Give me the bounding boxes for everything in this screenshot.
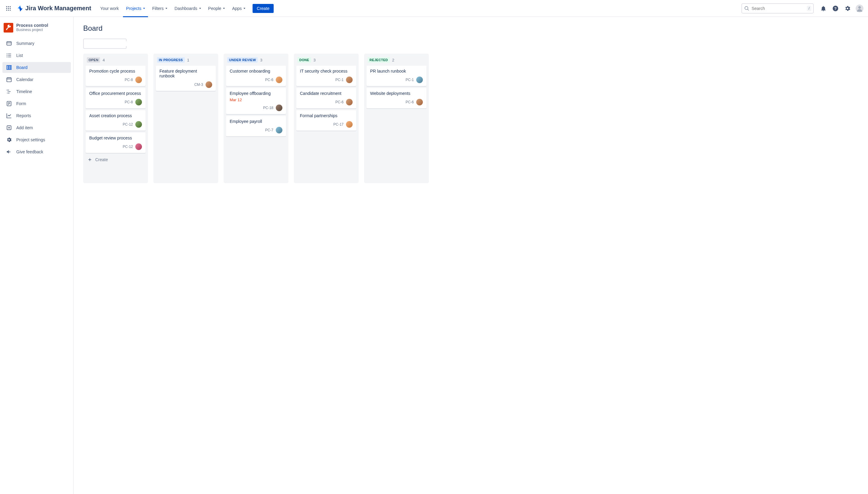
avatar[interactable]	[346, 99, 353, 106]
svg-rect-18	[7, 65, 8, 69]
avatar[interactable]	[276, 127, 282, 133]
layout: Process control Business project Summary…	[0, 17, 868, 494]
notifications-button[interactable]	[818, 4, 828, 13]
sidebar-item-summary[interactable]: Summary	[2, 38, 71, 49]
svg-point-12	[858, 6, 861, 9]
settings-button[interactable]	[843, 4, 852, 13]
nav-dashboards[interactable]: Dashboards	[171, 4, 204, 13]
card[interactable]: PR launch runbookPC-1	[367, 66, 426, 86]
main-content: Board OPEN4Promotion cycle processPC-8Of…	[74, 17, 868, 494]
card-footer: PC-6	[300, 99, 353, 106]
top-nav: Jira Work Management Your work Projects …	[0, 0, 868, 17]
svg-point-2	[10, 6, 11, 7]
timeline-icon	[6, 89, 12, 95]
card[interactable]: Customer onboardingPC-6	[226, 66, 286, 86]
svg-point-6	[6, 10, 7, 11]
search-box[interactable]: /	[741, 3, 814, 14]
card[interactable]: Formal partnershipsPC-17	[296, 110, 356, 131]
card-footer: PC-6	[370, 99, 423, 106]
add-item-icon	[6, 125, 12, 131]
sidebar-item-timeline[interactable]: Timeline	[2, 86, 71, 97]
column-count: 3	[260, 58, 262, 62]
chevron-down-icon	[243, 8, 245, 9]
column-header[interactable]: DONE3	[296, 56, 356, 66]
sidebar-item-project-settings[interactable]: Project settings	[2, 134, 71, 145]
nav-people[interactable]: People	[205, 4, 228, 13]
jira-icon	[17, 5, 23, 12]
create-card-button[interactable]: Create	[86, 155, 146, 165]
search-input[interactable]	[749, 6, 807, 11]
product-logo-link[interactable]: Jira Work Management	[15, 5, 94, 12]
column-header[interactable]: OPEN4	[86, 56, 146, 66]
profile-button[interactable]	[855, 4, 864, 13]
card[interactable]: Asset creation processPC-12	[86, 110, 146, 131]
avatar[interactable]	[276, 77, 282, 83]
card[interactable]: Office procurement processPC-8	[86, 88, 146, 109]
column-title: OPEN	[87, 57, 100, 63]
avatar[interactable]	[135, 99, 142, 106]
create-button[interactable]: Create	[253, 4, 274, 13]
column-rejected: REJECTED2PR launch runbookPC-1Website de…	[364, 54, 429, 183]
card-footer: PC-17	[300, 121, 353, 128]
avatar[interactable]	[206, 81, 212, 88]
form-icon	[6, 101, 12, 107]
help-button[interactable]: ?	[831, 4, 840, 13]
card[interactable]: IT security check processPC-1	[296, 66, 356, 86]
board-search[interactable]	[83, 39, 127, 49]
card[interactable]: Website deploymentsPC-6	[367, 88, 426, 109]
card-title: Candidate recruitment	[300, 91, 353, 96]
sidebar-item-add-item[interactable]: Add item	[2, 122, 71, 133]
nav-projects[interactable]: Projects	[123, 4, 148, 13]
nav-items: Your work Projects Filters Dashboards Pe…	[97, 4, 248, 13]
sidebar-item-calendar[interactable]: Calendar	[2, 74, 71, 85]
create-card-label: Create	[95, 157, 108, 162]
column-inprogress: IN PROGRESS1Feature deployment runbookCM…	[153, 54, 218, 183]
nav-filters[interactable]: Filters	[149, 4, 170, 13]
project-header[interactable]: Process control Business project	[2, 22, 71, 38]
app-switcher-button[interactable]	[4, 4, 13, 13]
avatar[interactable]	[416, 77, 423, 83]
card-key: CM-3	[195, 82, 203, 87]
card-title: IT security check process	[300, 69, 353, 74]
card[interactable]: Promotion cycle processPC-8	[86, 66, 146, 86]
svg-point-4	[8, 8, 9, 9]
avatar[interactable]	[135, 77, 142, 83]
card[interactable]: Employee offboardingMar 12PC-18	[226, 88, 286, 114]
avatar[interactable]	[346, 121, 353, 128]
nav-your-work[interactable]: Your work	[97, 4, 122, 13]
sidebar-item-list[interactable]: List	[2, 50, 71, 61]
card[interactable]: Budget review processPC-12	[86, 133, 146, 153]
svg-point-16	[7, 55, 7, 56]
column-title: DONE	[297, 57, 311, 63]
column-header[interactable]: REJECTED2	[367, 56, 426, 66]
column-count: 2	[392, 58, 394, 62]
card-footer: PC-12	[89, 144, 142, 150]
card[interactable]: Candidate recruitmentPC-6	[296, 88, 356, 109]
avatar[interactable]	[416, 99, 423, 106]
sidebar-item-label: Project settings	[16, 137, 45, 142]
card[interactable]: Employee payrollPC-7	[226, 116, 286, 136]
chevron-down-icon	[199, 8, 201, 9]
avatar[interactable]	[135, 121, 142, 128]
avatar[interactable]	[346, 77, 353, 83]
sidebar-item-form[interactable]: Form	[2, 98, 71, 109]
sidebar-item-label: Give feedback	[16, 149, 43, 154]
sidebar-item-reports[interactable]: Reports	[2, 110, 71, 121]
card-title: Promotion cycle process	[89, 69, 142, 74]
card-footer: PC-18	[230, 104, 282, 111]
sidebar-item-board[interactable]: Board	[2, 62, 71, 73]
sidebar-item-give-feedback[interactable]: Give feedback	[2, 146, 71, 157]
avatar[interactable]	[135, 144, 142, 150]
board-search-input[interactable]	[88, 41, 141, 46]
nav-apps[interactable]: Apps	[229, 4, 248, 13]
card-title: Website deployments	[370, 91, 423, 96]
column-header[interactable]: UNDER REVIEW3	[226, 56, 286, 66]
card[interactable]: Feature deployment runbookCM-3	[156, 66, 216, 91]
product-name: Jira Work Management	[25, 5, 91, 12]
card-key: PC-12	[123, 122, 133, 127]
chevron-down-icon	[165, 8, 167, 9]
column-header[interactable]: IN PROGRESS1	[156, 56, 216, 66]
avatar[interactable]	[276, 104, 282, 111]
svg-point-17	[7, 57, 7, 58]
card-footer: PC-12	[89, 121, 142, 128]
